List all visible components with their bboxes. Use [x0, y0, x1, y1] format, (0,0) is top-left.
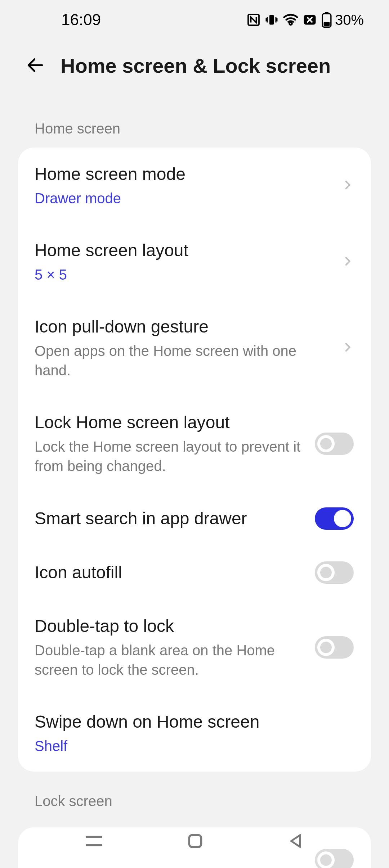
row-smart-search[interactable]: Smart search in app drawer	[18, 492, 371, 546]
row-value: Shelf	[35, 736, 343, 756]
row-desc: Lock the Home screen layout to prevent i…	[35, 437, 304, 476]
row-home-screen-mode[interactable]: Home screen mode Drawer mode	[18, 148, 371, 224]
row-title: Lock Home screen layout	[35, 412, 304, 433]
svg-rect-6	[189, 835, 201, 847]
row-title: Home screen layout	[35, 240, 331, 261]
chevron-right-icon	[341, 341, 354, 355]
row-desc: Double-tap a blank area on the Home scre…	[35, 641, 304, 679]
back-button[interactable]	[25, 55, 45, 77]
row-title: Double-tap to lock	[35, 615, 304, 637]
toggle-double-tap[interactable]	[315, 636, 354, 659]
svg-rect-1	[269, 15, 274, 25]
nfc-icon	[247, 13, 260, 26]
status-time: 16:09	[61, 11, 101, 29]
row-title: Smart search in app drawer	[35, 508, 304, 529]
section-label-home-screen: Home screen	[0, 99, 389, 148]
chevron-right-icon	[341, 179, 354, 193]
status-icons: 30%	[247, 12, 364, 28]
page-title: Home screen & Lock screen	[61, 54, 331, 77]
back-nav-button[interactable]	[287, 832, 305, 850]
home-screen-card: Home screen mode Drawer mode Home screen…	[18, 148, 371, 772]
row-icon-autofill[interactable]: Icon autofill	[18, 546, 371, 600]
home-button[interactable]	[186, 832, 204, 850]
page-header: Home screen & Lock screen	[0, 40, 389, 99]
row-swipe-down[interactable]: Swipe down on Home screen Shelf	[18, 695, 371, 772]
recent-apps-button[interactable]	[84, 831, 104, 851]
battery-percent: 30%	[335, 12, 364, 28]
row-double-tap-lock[interactable]: Double-tap to lock Double-tap a blank ar…	[18, 600, 371, 695]
row-icon-pull-down[interactable]: Icon pull-down gesture Open apps on the …	[18, 300, 371, 396]
row-desc: Open apps on the Home screen with one ha…	[35, 341, 331, 380]
vibrate-icon	[265, 13, 278, 26]
toggle-lock-layout[interactable]	[315, 433, 354, 455]
status-bar: 16:09 30%	[0, 0, 389, 40]
toggle-smart-search[interactable]	[315, 507, 354, 530]
battery-icon	[321, 12, 332, 28]
row-title: Home screen mode	[35, 163, 331, 185]
chevron-right-icon	[341, 255, 354, 269]
row-title: Swipe down on Home screen	[35, 711, 343, 733]
data-off-icon	[303, 14, 316, 25]
row-value: 5 × 5	[35, 265, 331, 284]
section-label-lock-screen: Lock screen	[0, 772, 389, 820]
row-home-screen-layout[interactable]: Home screen layout 5 × 5	[18, 224, 371, 300]
toggle-icon-autofill[interactable]	[315, 561, 354, 584]
wifi-icon	[283, 13, 298, 26]
row-title: Icon autofill	[35, 562, 304, 583]
row-value: Drawer mode	[35, 189, 331, 208]
svg-rect-5	[323, 22, 330, 26]
row-title: Icon pull-down gesture	[35, 316, 331, 338]
system-nav-bar	[0, 814, 389, 868]
row-lock-layout[interactable]: Lock Home screen layout Lock the Home sc…	[18, 396, 371, 492]
